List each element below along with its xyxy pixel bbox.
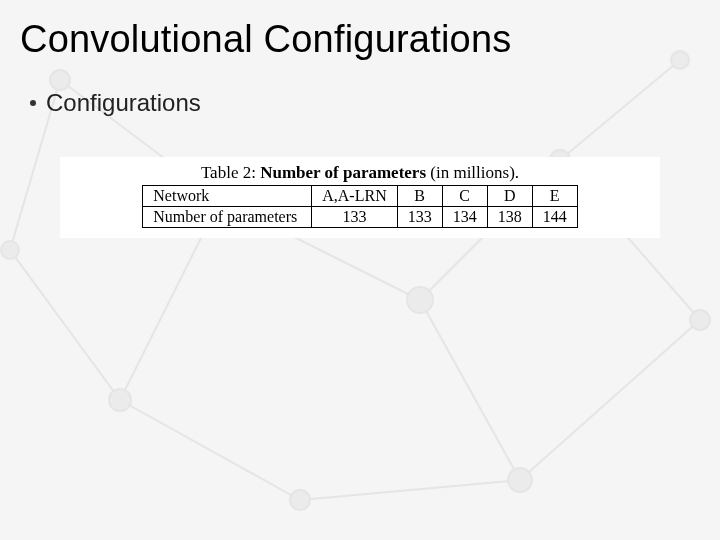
svg-line-11 bbox=[520, 320, 700, 480]
svg-line-7 bbox=[300, 480, 520, 500]
cell-params-label: Number of parameters bbox=[143, 207, 312, 228]
svg-line-4 bbox=[420, 300, 520, 480]
svg-point-20 bbox=[1, 241, 19, 259]
table-row: Network A,A-LRN B C D E bbox=[143, 186, 577, 207]
slide-title: Convolutional Configurations bbox=[20, 18, 700, 61]
caption-prefix: Table 2: bbox=[201, 163, 260, 182]
svg-line-9 bbox=[10, 250, 120, 400]
cell-b: B bbox=[397, 186, 442, 207]
cell-a-alrn-value: 133 bbox=[312, 207, 397, 228]
svg-point-18 bbox=[290, 490, 310, 510]
bullet-text: Configurations bbox=[46, 89, 201, 117]
parameters-table: Network A,A-LRN B C D E Number of parame… bbox=[142, 185, 577, 228]
cell-d-value: 138 bbox=[487, 207, 532, 228]
svg-point-19 bbox=[508, 468, 532, 492]
cell-e: E bbox=[532, 186, 577, 207]
cell-b-value: 133 bbox=[397, 207, 442, 228]
svg-point-21 bbox=[690, 310, 710, 330]
bullet-dot-icon bbox=[30, 100, 36, 106]
cell-c: C bbox=[442, 186, 487, 207]
svg-line-6 bbox=[120, 400, 300, 500]
cell-c-value: 134 bbox=[442, 207, 487, 228]
caption-suffix: (in millions). bbox=[426, 163, 519, 182]
cell-d: D bbox=[487, 186, 532, 207]
table-container: Table 2: Number of parameters (in millio… bbox=[60, 157, 660, 238]
svg-point-14 bbox=[109, 389, 131, 411]
table-row: Number of parameters 133 133 134 138 144 bbox=[143, 207, 577, 228]
svg-point-15 bbox=[407, 287, 433, 313]
bullet-item: Configurations bbox=[30, 89, 700, 117]
cell-e-value: 144 bbox=[532, 207, 577, 228]
table-caption: Table 2: Number of parameters (in millio… bbox=[68, 163, 652, 183]
slide-content: Convolutional Configurations Configurati… bbox=[0, 0, 720, 238]
cell-a-alrn: A,A-LRN bbox=[312, 186, 397, 207]
caption-bold: Number of parameters bbox=[260, 163, 426, 182]
cell-network-label: Network bbox=[143, 186, 312, 207]
